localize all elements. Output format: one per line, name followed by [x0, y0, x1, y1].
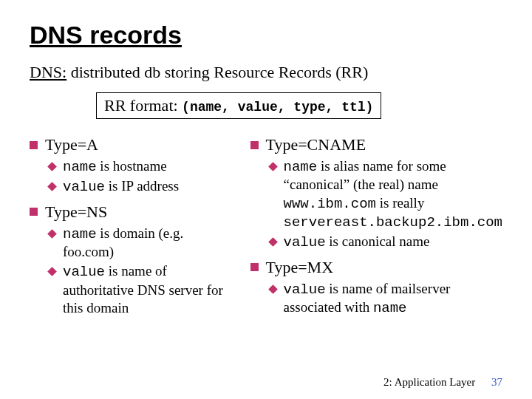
text: is hostname	[97, 158, 167, 174]
subtitle-lead: DNS:	[30, 63, 66, 81]
left-column: Type=A name is hostname value is IP addr…	[30, 132, 233, 323]
type-ns-label: Type=NS	[45, 202, 107, 222]
list-item: value is IP address	[49, 177, 233, 196]
right-column: Type=CNAME name is alias name for some “…	[250, 132, 502, 323]
code-value: value	[284, 234, 326, 250]
code-name: name	[63, 159, 97, 175]
code-value: value	[284, 282, 326, 298]
code-name: name	[63, 226, 97, 242]
diamond-bullet-icon	[47, 162, 57, 171]
slide-footer: 2: Application Layer 37	[383, 376, 502, 389]
type-a-label: Type=A	[45, 135, 98, 154]
footer-chapter: 2: Application Layer	[383, 376, 475, 388]
code-example: servereast.backup2.ibm.com	[284, 214, 502, 231]
slide-subtitle: DNS: distributed db storing Resource Rec…	[30, 63, 502, 82]
text: is IP address	[105, 178, 179, 194]
list-item: name is alias name for some “canonical” …	[270, 157, 502, 231]
diamond-bullet-icon	[268, 237, 278, 247]
type-cname-heading: Type=CNAME	[250, 135, 502, 154]
type-cname-label: Type=CNAME	[266, 135, 366, 154]
text: is really	[376, 195, 424, 211]
subtitle-rest: distributed db storing Resource Records …	[66, 63, 368, 81]
list-item: value is canonical name	[270, 233, 502, 251]
code-name: name	[373, 300, 407, 316]
list-item: name is domain (e.g. foo.com)	[49, 225, 233, 262]
diamond-bullet-icon	[47, 229, 57, 239]
list-item: value is name of mailserver associated w…	[270, 280, 502, 318]
rr-format-label: RR format:	[104, 96, 182, 115]
type-mx-label: Type=MX	[266, 258, 334, 277]
rr-format-tuple: (name, value, type, ttl)	[182, 100, 373, 115]
square-bullet-icon	[30, 208, 38, 216]
slide-title: DNS records	[30, 21, 502, 50]
rr-format-box: RR format: (name, value, type, ttl)	[96, 92, 381, 119]
code-example: www.ibm.com	[284, 196, 376, 212]
content-columns: Type=A name is hostname value is IP addr…	[30, 132, 502, 323]
code-name: name	[284, 159, 318, 175]
type-mx-heading: Type=MX	[250, 258, 502, 277]
text: is canonical name	[326, 233, 430, 249]
diamond-bullet-icon	[268, 284, 278, 294]
type-a-bullets: name is hostname value is IP address	[30, 157, 233, 197]
list-item: name is hostname	[49, 157, 233, 176]
type-cname-bullets: name is alias name for some “canonical” …	[250, 157, 502, 252]
diamond-bullet-icon	[47, 267, 57, 276]
footer-page-number: 37	[491, 376, 502, 388]
type-mx-bullets: value is name of mailserver associated w…	[250, 280, 502, 318]
code-value: value	[63, 264, 105, 280]
square-bullet-icon	[30, 141, 38, 149]
type-a-heading: Type=A	[30, 135, 233, 154]
type-ns-heading: Type=NS	[30, 202, 233, 222]
diamond-bullet-icon	[47, 182, 57, 191]
list-item: value is name of authoritative DNS serve…	[49, 262, 233, 317]
code-value: value	[63, 179, 105, 195]
square-bullet-icon	[250, 263, 259, 271]
diamond-bullet-icon	[268, 162, 278, 171]
type-ns-bullets: name is domain (e.g. foo.com) value is n…	[30, 225, 233, 318]
square-bullet-icon	[250, 141, 259, 149]
